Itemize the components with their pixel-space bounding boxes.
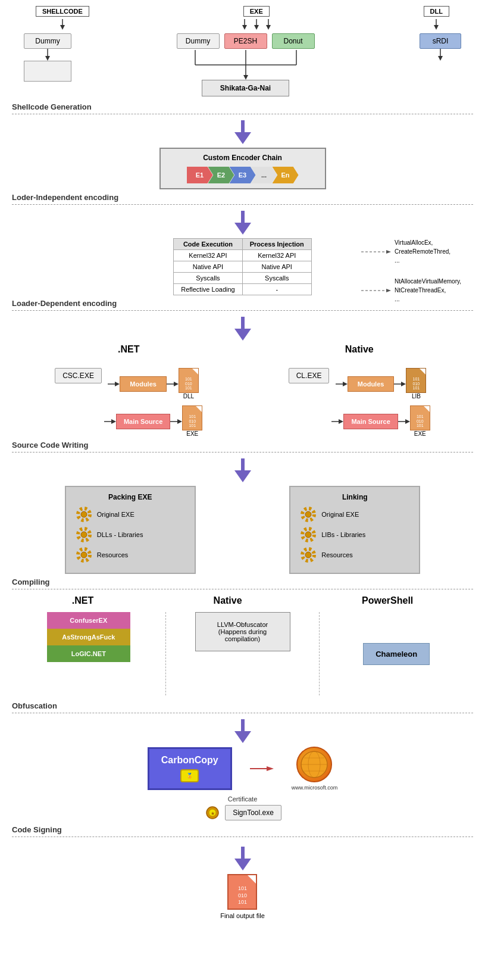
arrow-main-exe: [170, 418, 182, 425]
svg-marker-24: [234, 223, 251, 235]
obfusc-content-row: ConfuserEX AsStrongAsFuck LoGIC.NET LLVM…: [12, 612, 473, 695]
exec-cell-1-2: Kernel32 API: [242, 250, 311, 261]
sgn-box: Shikata-Ga-Nai: [202, 80, 289, 96]
svg-marker-20: [438, 56, 443, 61]
cert-signtool: Certificate ★ SignTool.exe: [204, 795, 281, 822]
dotnet-modules-col: Modules 101010101 DLL: [104, 360, 202, 437]
svg-marker-22: [234, 132, 251, 144]
exe-input-group: EXE: [239, 6, 274, 31]
donut-group: Donut: [272, 33, 315, 49]
svg-marker-48: [234, 470, 251, 482]
arrow-to-globe: [250, 764, 274, 773]
chameleon-button[interactable]: Chameleon: [363, 643, 430, 665]
dotnet-section: .NET CSC.EXE Modules: [55, 344, 202, 437]
native-exe-file-icon: 101010101: [410, 405, 430, 430]
native-exe-content: 101010101: [417, 414, 424, 428]
api-note-bottom-text: NtAllocateVirtualMemory,NtCreateThreadEx…: [395, 277, 461, 304]
native-main-source-row: Main Source 101010101 EXE: [331, 405, 430, 437]
signtool-box: SignTool.exe: [225, 805, 281, 820]
exec-header-2: Process Injection: [242, 239, 311, 250]
exec-row-1: Kernel32 API Kernel32 API: [174, 250, 312, 261]
cl-to-modules: Modules 101010101 LIB: [336, 368, 427, 400]
lib-file-content: 101010101: [413, 377, 420, 391]
dummy1-box: Dummy: [24, 33, 71, 49]
big-arrow-5: [12, 719, 473, 743]
exec-cell-4-2: -: [242, 284, 311, 295]
svg-marker-46: [405, 419, 410, 424]
linking-box: Linking Original EXE LIBs - Libraries: [289, 486, 420, 574]
srdi-group: sRDI: [420, 33, 461, 96]
native-exe-file-group: 101010101 EXE: [410, 405, 430, 437]
powershell-tools: Chameleon: [320, 612, 473, 695]
svg-marker-32: [115, 382, 120, 386]
llvm-box: LLVM-Obfuscator(Happens duringcompilatio…: [195, 612, 290, 651]
donut-box: Donut: [272, 33, 315, 49]
link-item-label-3: Resources: [321, 551, 353, 558]
svg-marker-40: [343, 382, 348, 386]
exec-cell-3-2: Syscalls: [242, 273, 311, 284]
svg-marker-5: [254, 25, 259, 30]
cert-area: 🏅: [161, 769, 218, 782]
link-item-3: Resources: [300, 547, 409, 563]
svg-marker-18: [243, 75, 248, 80]
shellcode-gen-section: SHELLCODE EXE DLL: [12, 6, 473, 99]
exe-label: EXE: [243, 6, 270, 17]
carboncopy-row: CarbonCopy 🏅: [148, 747, 338, 791]
linking-title: Linking: [300, 493, 409, 501]
svg-marker-3: [242, 25, 247, 30]
dashed-3: [12, 310, 473, 311]
link-item-1: Original EXE: [300, 506, 409, 523]
packing-box: Packing EXE Original EXE DLLs - Librarie…: [65, 486, 196, 574]
svg-marker-26: [386, 250, 391, 254]
exec-cell-4-1: Reflective Loading: [174, 284, 243, 295]
svg-point-57: [305, 532, 311, 538]
exec-row-4: Reflective Loading -: [174, 284, 312, 295]
dotnet-tools-stack: ConfuserEX AsStrongAsFuck LoGIC.NET: [47, 612, 130, 662]
dotnet-compiler-row: CSC.EXE Modules 101010101: [55, 360, 202, 437]
svg-marker-44: [339, 419, 343, 424]
lib-file-group: 101010101 LIB: [406, 368, 426, 400]
dotnet-tools: ConfuserEX AsStrongAsFuck LoGIC.NET: [12, 612, 165, 695]
dashed-7: [12, 837, 473, 837]
carboncopy-box: CarbonCopy 🏅: [148, 747, 232, 790]
exec-cell-1-1: Kernel32 API: [174, 250, 243, 261]
srdi-box: sRDI: [420, 33, 461, 49]
globe-group: www.microsoft.com: [292, 747, 338, 791]
dummy1-group: Dummy: [24, 33, 71, 96]
final-file-label: Final output file: [220, 912, 265, 919]
exe-file-label: EXE: [186, 430, 198, 437]
gear-icon-2: [76, 526, 92, 543]
main-diagram: SHELLCODE EXE DLL: [0, 0, 485, 937]
dll-file-group: 101010101 DLL: [179, 368, 199, 400]
lib-file-icon: 101010101: [406, 368, 426, 393]
cert-badge: 🏅: [180, 769, 199, 782]
svg-text:★: ★: [211, 811, 215, 816]
pack-item-label-2: DLLs - Libraries: [97, 531, 143, 538]
svg-marker-38: [177, 419, 182, 424]
native-tools: LLVM-Obfuscator(Happens duringcompilatio…: [166, 612, 320, 695]
merging-label: Compiling: [12, 578, 473, 586]
native-exe-label: EXE: [414, 430, 426, 437]
pack-link-section: Packing EXE Original EXE DLLs - Librarie…: [12, 486, 473, 574]
svg-marker-11: [45, 56, 50, 61]
source-code-section: .NET CSC.EXE Modules: [12, 344, 473, 437]
dashed-5: [12, 589, 473, 589]
native-title: Native: [345, 344, 374, 355]
api-note-top: VirtualAllocEx,CreateRemoteThred,...: [361, 238, 461, 265]
exec-cell-3-1: Syscalls: [174, 273, 243, 284]
gear-icon-1: [76, 506, 92, 523]
confuserex-box: ConfuserEX: [47, 612, 130, 629]
loader-independent-label: Loder-Independent encoding: [12, 193, 473, 202]
arrow-dll: [433, 19, 440, 30]
encoder-e1: E1: [187, 167, 213, 183]
svg-point-51: [81, 532, 87, 538]
lib-file-label: LIB: [412, 393, 421, 400]
dll-file-label: DLL: [183, 393, 194, 400]
api-notes: VirtualAllocEx,CreateRemoteThred,... NtA…: [361, 238, 461, 304]
svg-marker-36: [111, 419, 116, 424]
svg-point-55: [305, 511, 311, 517]
svg-marker-9: [434, 25, 439, 30]
dashed-6: [12, 713, 473, 713]
exec-cell-2-1: Native API: [174, 261, 243, 273]
pack-item-2: DLLs - Libraries: [76, 526, 185, 543]
